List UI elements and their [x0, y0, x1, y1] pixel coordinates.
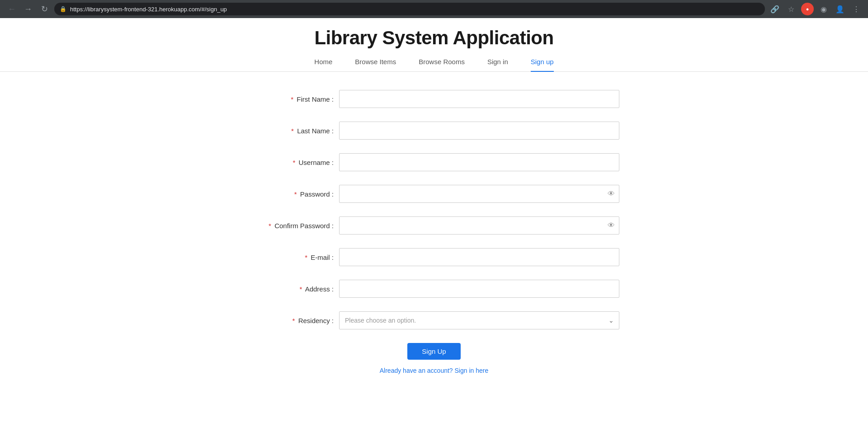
main-nav: Home Browse Items Browse Rooms Sign in S…	[0, 53, 868, 72]
password-required: *	[294, 190, 297, 198]
confirm-password-wrapper: 👁︎	[339, 216, 619, 235]
address-required: *	[299, 285, 302, 293]
address-label: * Address :	[249, 285, 339, 293]
page-content: Library System Application Home Browse I…	[0, 18, 868, 446]
signup-button[interactable]: Sign Up	[407, 343, 460, 360]
nav-browse-items[interactable]: Browse Items	[355, 58, 396, 72]
nav-sign-in[interactable]: Sign in	[487, 58, 508, 72]
username-input[interactable]	[339, 153, 619, 171]
signup-form-container: * First Name : * Last Name : * Username …	[231, 81, 637, 392]
password-wrapper: 👁︎	[339, 185, 619, 203]
app-title: Library System Application	[0, 18, 868, 53]
first-name-required: *	[291, 95, 293, 103]
last-name-row: * Last Name :	[249, 122, 619, 140]
address-input[interactable]	[339, 280, 619, 298]
password-label: * Password :	[249, 190, 339, 198]
share-icon[interactable]: 🔗	[769, 3, 781, 15]
confirm-password-input[interactable]	[339, 216, 619, 235]
browser-chrome: ← → ↻ 🔒 https://librarysystem-frontend-3…	[0, 0, 868, 18]
url-text: https://librarysystem-frontend-321.herok…	[70, 6, 227, 13]
residency-label: * Residency :	[249, 317, 339, 324]
username-row: * Username :	[249, 153, 619, 171]
forward-button[interactable]: →	[22, 3, 34, 15]
first-name-label: * First Name :	[249, 95, 339, 103]
password-row: * Password : 👁︎	[249, 185, 619, 203]
nav-browse-rooms[interactable]: Browse Rooms	[419, 58, 465, 72]
signin-link[interactable]: Already have an account? Sign in here	[380, 367, 489, 374]
last-name-label: * Last Name :	[249, 127, 339, 135]
nav-home[interactable]: Home	[314, 58, 332, 72]
email-row: * E-mail :	[249, 248, 619, 266]
email-label: * E-mail :	[249, 254, 339, 261]
first-name-input[interactable]	[339, 90, 619, 108]
nav-sign-up[interactable]: Sign up	[531, 58, 554, 72]
lock-icon: 🔒	[60, 6, 66, 12]
address-row: * Address :	[249, 280, 619, 298]
puzzle-icon[interactable]: ◉	[817, 3, 830, 15]
address-bar[interactable]: 🔒 https://librarysystem-frontend-321.her…	[54, 3, 765, 15]
last-name-input[interactable]	[339, 122, 619, 140]
already-account-text: Already have an account? Sign in here	[249, 367, 619, 374]
signup-btn-row: Sign Up	[249, 343, 619, 360]
menu-icon[interactable]: ⋮	[850, 3, 863, 15]
residency-row: * Residency : Please choose an option. R…	[249, 311, 619, 329]
confirm-password-row: * Confirm Password : 👁︎	[249, 216, 619, 235]
email-input[interactable]	[339, 248, 619, 266]
residency-select[interactable]: Please choose an option. Resident Non-Re…	[339, 311, 619, 329]
back-button[interactable]: ←	[5, 3, 18, 15]
reload-button[interactable]: ↻	[38, 3, 51, 15]
confirm-password-eye-icon[interactable]: 👁︎	[608, 221, 615, 230]
email-required: *	[305, 254, 307, 261]
password-eye-icon[interactable]: 👁︎	[608, 190, 615, 198]
first-name-row: * First Name :	[249, 90, 619, 108]
confirm-password-label: * Confirm Password :	[249, 222, 339, 230]
password-input[interactable]	[339, 185, 619, 203]
residency-required: *	[292, 317, 295, 324]
last-name-required: *	[291, 127, 294, 135]
residency-wrapper: Please choose an option. Resident Non-Re…	[339, 311, 619, 329]
browser-actions: 🔗 ☆ ● ◉ 👤 ⋮	[769, 3, 863, 15]
extension-red-icon[interactable]: ●	[801, 3, 814, 15]
avatar-icon[interactable]: 👤	[834, 3, 846, 15]
username-required: *	[292, 159, 295, 166]
confirm-password-required: *	[269, 222, 271, 230]
username-label: * Username :	[249, 159, 339, 166]
star-icon[interactable]: ☆	[785, 3, 797, 15]
